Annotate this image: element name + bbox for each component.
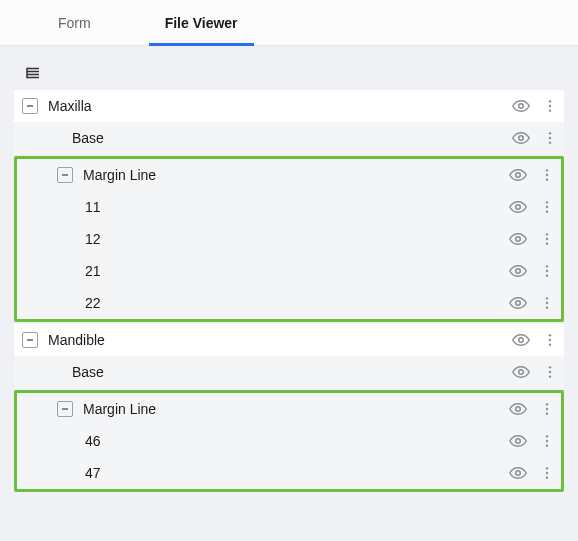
svg-point-51: [546, 440, 548, 442]
more-menu-icon[interactable]: [539, 433, 555, 449]
visibility-icon[interactable]: [509, 198, 527, 216]
tree-leaf[interactable]: 22: [17, 287, 561, 319]
svg-point-26: [546, 242, 548, 244]
svg-point-37: [549, 334, 551, 336]
svg-point-29: [546, 270, 548, 272]
svg-point-48: [546, 412, 548, 414]
more-menu-icon[interactable]: [542, 98, 558, 114]
svg-point-40: [519, 370, 524, 375]
svg-point-6: [519, 104, 524, 109]
svg-point-34: [546, 306, 548, 308]
svg-point-22: [546, 210, 548, 212]
svg-point-10: [519, 136, 524, 141]
tree-node-label: Margin Line: [73, 167, 509, 183]
visibility-icon[interactable]: [512, 129, 530, 147]
svg-point-49: [516, 439, 521, 444]
svg-point-7: [549, 100, 551, 102]
tree-node-label: 12: [85, 231, 509, 247]
tree-leaf[interactable]: 46: [17, 425, 561, 457]
svg-point-43: [549, 375, 551, 377]
tab-bar: Form File Viewer: [0, 0, 578, 46]
svg-point-25: [546, 238, 548, 240]
svg-point-13: [549, 141, 551, 143]
svg-point-30: [546, 274, 548, 276]
tree-node-label: 11: [85, 199, 509, 215]
svg-point-56: [546, 476, 548, 478]
svg-point-38: [549, 339, 551, 341]
svg-point-9: [549, 109, 551, 111]
more-menu-icon[interactable]: [539, 401, 555, 417]
svg-point-53: [516, 471, 521, 476]
collapse-icon[interactable]: [57, 167, 73, 183]
more-menu-icon[interactable]: [542, 364, 558, 380]
visibility-icon[interactable]: [509, 400, 527, 418]
tree-node-label: Mandible: [38, 332, 512, 348]
visibility-icon[interactable]: [509, 432, 527, 450]
tab-form[interactable]: Form: [42, 1, 107, 45]
collapse-icon[interactable]: [22, 332, 38, 348]
tree-leaf[interactable]: 12: [17, 223, 561, 255]
more-menu-icon[interactable]: [539, 167, 555, 183]
visibility-icon[interactable]: [509, 166, 527, 184]
tab-file-viewer[interactable]: File Viewer: [149, 1, 254, 45]
tree-node-base[interactable]: Base: [14, 356, 564, 388]
tree-leaf[interactable]: 11: [17, 191, 561, 223]
svg-point-42: [549, 371, 551, 373]
tree-node-margin-line[interactable]: Margin Line: [17, 393, 561, 425]
more-menu-icon[interactable]: [539, 295, 555, 311]
tree-node-margin-line[interactable]: Margin Line: [17, 159, 561, 191]
svg-point-31: [516, 301, 521, 306]
visibility-icon[interactable]: [512, 97, 530, 115]
visibility-icon[interactable]: [509, 294, 527, 312]
more-menu-icon[interactable]: [542, 332, 558, 348]
toolbar: [0, 46, 578, 90]
tree-node-label: 46: [85, 433, 509, 449]
tree-node-base[interactable]: Base: [14, 122, 564, 154]
more-menu-icon[interactable]: [542, 130, 558, 146]
svg-point-20: [546, 201, 548, 203]
tree-node-maxilla[interactable]: Maxilla: [14, 90, 564, 122]
svg-point-47: [546, 408, 548, 410]
svg-point-41: [549, 366, 551, 368]
svg-point-39: [549, 343, 551, 345]
tree: Maxilla Base Margin Lin: [0, 90, 578, 514]
tree-node-mandible[interactable]: Mandible: [14, 324, 564, 356]
collapse-icon[interactable]: [22, 98, 38, 114]
tree-node-label: Base: [38, 130, 512, 146]
svg-point-28: [546, 265, 548, 267]
svg-point-50: [546, 435, 548, 437]
highlighted-group-mandible-margin: Margin Line 46 47: [14, 390, 564, 492]
visibility-icon[interactable]: [512, 363, 530, 381]
svg-point-8: [549, 105, 551, 107]
more-menu-icon[interactable]: [539, 263, 555, 279]
svg-point-36: [519, 338, 524, 343]
visibility-icon[interactable]: [512, 331, 530, 349]
visibility-icon[interactable]: [509, 262, 527, 280]
tree-node-label: Maxilla: [38, 98, 512, 114]
svg-point-46: [546, 403, 548, 405]
tree-leaf[interactable]: 21: [17, 255, 561, 287]
svg-point-21: [546, 206, 548, 208]
svg-point-55: [546, 472, 548, 474]
svg-point-17: [546, 174, 548, 176]
svg-point-45: [516, 407, 521, 412]
visibility-icon[interactable]: [509, 464, 527, 482]
list-view-icon[interactable]: [24, 64, 562, 82]
svg-point-23: [516, 237, 521, 242]
svg-point-16: [546, 169, 548, 171]
tree-leaf[interactable]: 47: [17, 457, 561, 489]
svg-point-52: [546, 444, 548, 446]
svg-point-32: [546, 297, 548, 299]
svg-point-24: [546, 233, 548, 235]
visibility-icon[interactable]: [509, 230, 527, 248]
svg-point-19: [516, 205, 521, 210]
tree-node-label: 21: [85, 263, 509, 279]
more-menu-icon[interactable]: [539, 231, 555, 247]
more-menu-icon[interactable]: [539, 199, 555, 215]
svg-point-15: [516, 173, 521, 178]
more-menu-icon[interactable]: [539, 465, 555, 481]
svg-point-12: [549, 137, 551, 139]
collapse-icon[interactable]: [57, 401, 73, 417]
tree-node-label: Margin Line: [73, 401, 509, 417]
svg-point-27: [516, 269, 521, 274]
